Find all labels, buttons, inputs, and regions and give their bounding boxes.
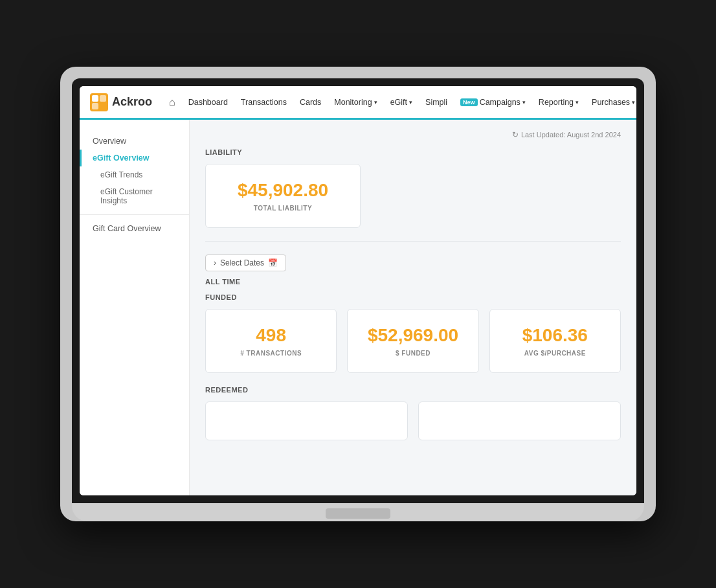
redeemed-card-1 — [205, 401, 408, 440]
avg-purchase-card: $106.36 AVG $/PURCHASE — [489, 309, 621, 373]
campaigns-caret: ▾ — [522, 99, 526, 106]
reporting-caret: ▾ — [576, 99, 579, 106]
liability-total-value: $45,902.80 — [238, 180, 328, 201]
funded-amount-label: $ FUNDED — [396, 350, 431, 357]
main-content: ↻ Last Updated: August 2nd 2024 LIABILIT… — [190, 120, 636, 495]
funded-section-title: FUNDED — [205, 293, 621, 301]
navbar: Ackroo ⌂ Dashboard Transactions Cards Mo… — [80, 86, 636, 120]
redeemed-section-title: REDEEMED — [205, 386, 621, 394]
last-updated: ↻ Last Updated: August 2nd 2024 — [205, 130, 621, 139]
liability-total-label: TOTAL LIABILITY — [254, 205, 312, 212]
nav-items: ⌂ Dashboard Transactions Cards Monitorin… — [162, 86, 636, 118]
calendar-icon: 📅 — [268, 258, 278, 267]
liability-section-title: LIABILITY — [205, 148, 621, 156]
ackroo-logo-icon — [90, 93, 108, 111]
redeemed-card-2 — [418, 401, 621, 440]
nav-transactions[interactable]: Transactions — [234, 86, 293, 120]
nav-egift[interactable]: eGift▾ — [384, 86, 419, 120]
nav-simpli[interactable]: Simpli — [419, 86, 454, 120]
refresh-icon: ↻ — [512, 130, 519, 139]
egift-caret: ▾ — [409, 99, 412, 106]
laptop-trackpad — [326, 508, 390, 519]
sidebar-egift-overview[interactable]: eGift Overview — [80, 150, 189, 166]
select-dates-label: Select Dates — [220, 258, 264, 267]
funded-cards-row: 498 # TRANSACTIONS $52,969.00 $ FUNDED $… — [205, 309, 621, 373]
select-dates-caret: › — [214, 258, 216, 267]
logo[interactable]: Ackroo — [90, 93, 152, 111]
avg-purchase-value: $106.36 — [522, 325, 588, 346]
nav-dashboard[interactable]: Dashboard — [182, 86, 234, 120]
liability-card: $45,902.80 TOTAL LIABILITY — [205, 164, 361, 228]
content-layout: Overview eGift Overview eGift Trends eGi… — [80, 120, 636, 495]
transactions-value: 498 — [256, 325, 286, 346]
all-time-label: ALL TIME — [205, 278, 621, 286]
transactions-card: 498 # TRANSACTIONS — [205, 309, 337, 373]
funded-amount-card: $52,969.00 $ FUNDED — [347, 309, 478, 373]
sidebar-divider — [80, 214, 189, 215]
purchases-caret: ▾ — [632, 99, 635, 106]
nav-campaigns[interactable]: New Campaigns▾ — [454, 86, 532, 120]
redeemed-cards-row — [205, 401, 621, 440]
nav-purchases[interactable]: Purchases▾ — [585, 86, 636, 120]
select-dates-button[interactable]: › Select Dates 📅 — [205, 254, 286, 271]
section-divider — [205, 241, 621, 242]
home-icon[interactable]: ⌂ — [162, 96, 182, 108]
transactions-label: # TRANSACTIONS — [240, 350, 302, 357]
sidebar-egift-customer-insights[interactable]: eGift Customer Insights — [80, 183, 189, 209]
laptop-bottom — [72, 503, 644, 521]
nav-reporting[interactable]: Reporting▾ — [532, 86, 585, 120]
svg-rect-2 — [100, 95, 106, 102]
funded-amount-value: $52,969.00 — [368, 325, 458, 346]
nav-monitoring[interactable]: Monitoring▾ — [328, 86, 383, 120]
avg-purchase-label: AVG $/PURCHASE — [524, 350, 586, 357]
svg-rect-1 — [92, 95, 98, 102]
monitoring-caret: ▾ — [374, 99, 377, 106]
funded-section: FUNDED 498 # TRANSACTIONS $52,969.00 $ F… — [205, 293, 621, 373]
sidebar: Overview eGift Overview eGift Trends eGi… — [80, 120, 190, 495]
sidebar-overview[interactable]: Overview — [80, 133, 189, 150]
svg-rect-3 — [92, 103, 98, 109]
last-updated-text: Last Updated: August 2nd 2024 — [521, 131, 621, 139]
campaigns-badge: New — [460, 98, 478, 106]
redeemed-section: REDEEMED — [205, 386, 621, 440]
nav-cards[interactable]: Cards — [293, 86, 328, 120]
logo-text: Ackroo — [112, 95, 152, 109]
sidebar-gift-card-overview[interactable]: Gift Card Overview — [80, 220, 189, 237]
sidebar-egift-trends[interactable]: eGift Trends — [80, 166, 189, 183]
